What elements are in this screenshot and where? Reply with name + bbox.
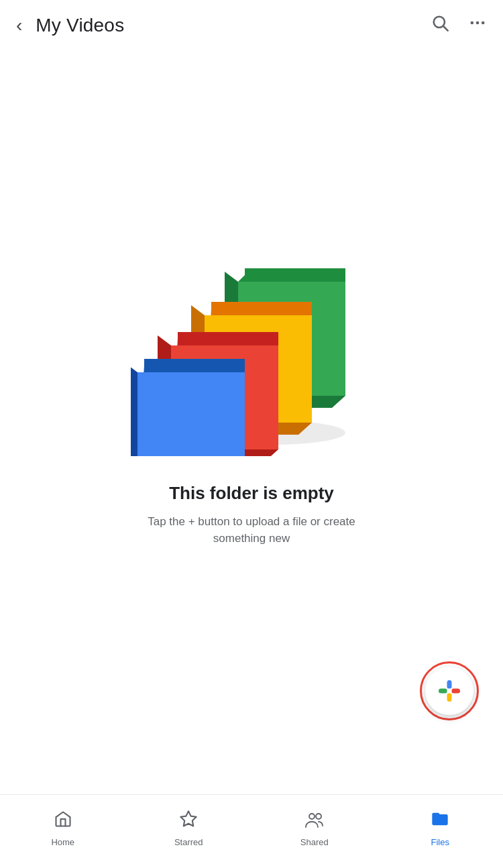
nav-item-starred[interactable]: Starred (126, 810, 252, 847)
more-options-icon[interactable] (468, 13, 487, 37)
nav-label-starred: Starred (174, 837, 203, 847)
svg-point-4 (482, 21, 485, 25)
fab-container (420, 661, 479, 720)
svg-point-13 (316, 814, 321, 819)
svg-rect-6 (447, 680, 452, 689)
empty-state-title: This folder is empty (169, 483, 334, 504)
home-icon (54, 810, 72, 833)
nav-label-files: Files (431, 837, 449, 847)
nav-item-shared[interactable]: Shared (252, 810, 378, 847)
empty-folder-illustration (131, 241, 372, 456)
search-icon[interactable] (431, 13, 449, 37)
header-actions (431, 13, 487, 37)
add-button[interactable] (425, 667, 473, 715)
svg-marker-11 (181, 811, 197, 826)
nav-item-files[interactable]: Files (378, 810, 504, 847)
starred-icon (179, 810, 198, 833)
bottom-nav: Home Starred Shared Files (0, 794, 503, 868)
page-title: My Videos (36, 15, 431, 36)
main-content: This folder is empty Tap the + button to… (0, 48, 503, 794)
svg-rect-7 (447, 693, 452, 702)
svg-rect-8 (439, 689, 447, 694)
header: ‹ My Videos (0, 0, 503, 48)
svg-line-1 (443, 26, 447, 30)
nav-item-home[interactable]: Home (0, 810, 126, 847)
svg-rect-9 (451, 689, 460, 694)
svg-rect-10 (447, 689, 452, 694)
shared-icon (304, 810, 325, 833)
back-button[interactable]: ‹ (16, 16, 22, 35)
svg-point-12 (309, 814, 315, 819)
files-icon (431, 810, 449, 833)
fab-ring (420, 661, 479, 720)
nav-label-shared: Shared (300, 837, 329, 847)
nav-label-home: Home (51, 837, 74, 847)
empty-state-subtitle: Tap the + button to upload a file or cre… (137, 513, 366, 547)
svg-point-2 (471, 21, 474, 25)
svg-point-3 (476, 21, 480, 25)
